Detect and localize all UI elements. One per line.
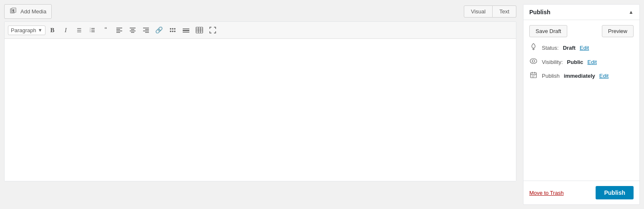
status-icon	[529, 43, 538, 52]
publish-time-value: immediately	[564, 73, 595, 79]
paragraph-label: Paragraph	[11, 27, 36, 33]
publish-time-row: Publish immediately Edit	[529, 71, 634, 80]
paragraph-select[interactable]: Paragraph ▼	[8, 25, 45, 35]
align-center-button[interactable]	[126, 24, 139, 36]
editor-toolbar: Paragraph ▼ B I ☰ 1 2 3	[5, 22, 516, 39]
tab-text[interactable]: Text	[493, 5, 516, 18]
italic-button[interactable]: I	[60, 24, 72, 36]
svg-text:q: q	[13, 9, 14, 12]
editor-area: q Add Media Visual Text Paragraph ▼ B	[4, 4, 516, 205]
align-right-button[interactable]	[140, 24, 152, 36]
visibility-value: Public	[567, 59, 583, 65]
blockquote-button[interactable]: “	[100, 24, 112, 36]
svg-point-38	[532, 60, 535, 62]
move-to-trash-button[interactable]: Move to Trash	[529, 190, 564, 196]
media-icon: q	[10, 7, 17, 16]
svg-point-22	[172, 28, 174, 30]
editor-content[interactable]	[5, 39, 516, 181]
add-media-label: Add Media	[20, 8, 46, 15]
add-media-bar: q Add Media Visual Text	[4, 4, 516, 19]
svg-point-37	[530, 59, 537, 64]
preview-button[interactable]: Preview	[602, 25, 634, 37]
more-button[interactable]	[166, 24, 179, 36]
editor-wrapper: Paragraph ▼ B I ☰ 1 2 3	[4, 21, 516, 181]
panel-body: Save Draft Preview Status: Draft Edit	[523, 20, 639, 85]
fullscreen-button[interactable]	[206, 24, 219, 36]
panel-title: Publish	[529, 9, 551, 15]
visibility-edit-link[interactable]: Edit	[587, 59, 596, 65]
svg-point-21	[170, 28, 171, 30]
svg-point-26	[174, 31, 176, 32]
svg-point-24	[170, 31, 171, 32]
svg-text:3: 3	[90, 31, 91, 33]
visibility-icon	[529, 58, 538, 66]
visibility-row: Visibility: Public Edit	[529, 58, 634, 66]
bold-button[interactable]: B	[46, 24, 59, 36]
panel-actions: Save Draft Preview	[529, 25, 634, 37]
publish-time-label: Publish	[542, 73, 560, 79]
svg-rect-30	[196, 27, 203, 33]
status-row: Status: Draft Edit	[529, 43, 634, 52]
visibility-label: Visibility:	[542, 59, 563, 65]
status-value: Draft	[563, 45, 575, 51]
align-left-button[interactable]	[113, 24, 126, 36]
svg-point-25	[172, 31, 174, 32]
status-edit-link[interactable]: Edit	[580, 45, 589, 51]
svg-point-23	[174, 28, 176, 30]
status-label: Status:	[542, 45, 558, 51]
table-button[interactable]	[193, 24, 206, 36]
save-draft-button[interactable]: Save Draft	[529, 25, 567, 37]
unordered-list-button[interactable]: ☰	[73, 24, 86, 36]
calendar-icon	[529, 71, 538, 80]
chevron-down-icon: ▼	[38, 28, 43, 33]
view-tabs: Visual Text	[464, 5, 516, 18]
collapse-icon[interactable]: ▲	[629, 9, 634, 15]
ordered-list-button[interactable]: 1 2 3	[86, 24, 99, 36]
panel-footer: Move to Trash Publish	[523, 181, 639, 204]
add-media-button[interactable]: q Add Media	[4, 4, 52, 19]
horizontal-rule-button[interactable]	[180, 24, 192, 36]
publish-panel: Publish ▲ Save Draft Preview Status: Dra…	[523, 4, 640, 205]
publish-button[interactable]: Publish	[596, 186, 634, 199]
link-button[interactable]: 🔗	[153, 24, 166, 36]
panel-header: Publish ▲	[523, 5, 639, 20]
tab-visual[interactable]: Visual	[464, 5, 493, 18]
publish-time-edit-link[interactable]: Edit	[599, 73, 609, 79]
